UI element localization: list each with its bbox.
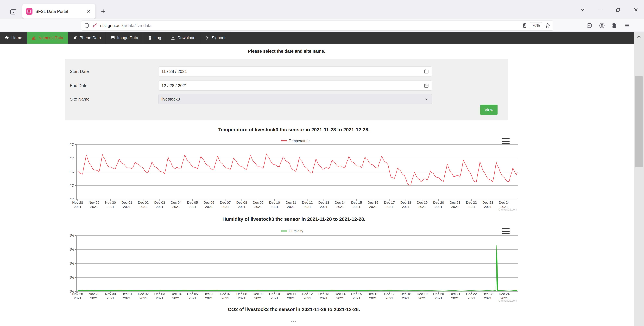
x-axis-tick-label: Dec 18 (400, 292, 411, 296)
view-button[interactable]: View (480, 105, 498, 115)
x-axis-tick-label: Dec 16 (368, 292, 378, 296)
humidity-chart-menu-icon[interactable] (502, 228, 510, 234)
x-axis-tick-label: Dec 11 (286, 292, 296, 296)
url-bar[interactable]: sfsl.gnu.ac.kr/data/live-data 70% (81, 21, 554, 31)
shield-icon[interactable] (84, 23, 90, 28)
url-text[interactable]: sfsl.gnu.ac.kr/data/live-data (100, 23, 520, 28)
x-axis-tick-label: Dec 23 (482, 292, 493, 296)
legend-label[interactable]: Humidity (289, 229, 303, 233)
x-axis-tick-label: Dec 19 (417, 292, 428, 296)
nav-item-image-data[interactable]: Image Data (106, 32, 143, 44)
canvasjs-watermark[interactable]: CanvasJS.com (498, 299, 517, 302)
x-axis-tick-year: 2021 (254, 296, 262, 300)
form-row-start-date: Start Date11 / 28 / 2021 (65, 66, 508, 76)
browser-titlebar: SFSL Data Portal (0, 0, 644, 19)
scrollbar-thumb[interactable] (635, 76, 643, 167)
browser-tab[interactable]: SFSL Data Portal (22, 4, 96, 19)
extensions-icon[interactable] (610, 21, 619, 31)
x-axis-tick-year: 2021 (402, 296, 410, 300)
insecure-lock-icon[interactable] (92, 23, 98, 28)
account-icon[interactable] (597, 21, 607, 31)
x-axis-tick-label: Dec 13 (318, 201, 329, 204)
x-axis-tick-year: 2021 (271, 296, 278, 300)
site-name-select[interactable]: livestock3 (158, 94, 432, 104)
nav-item-signout[interactable]: Signout (200, 32, 230, 44)
firefox-view-icon[interactable] (8, 7, 19, 17)
x-axis-tick-label: Dec 17 (384, 292, 395, 296)
end-date-label: End Date (70, 81, 87, 91)
nav-item-label: Log (154, 36, 161, 40)
url-domain: sfsl.gnu.ac.kr (100, 23, 125, 28)
site-navbar: HomeNumeric DataPheno DataImage DataLogD… (0, 32, 634, 44)
signout-icon (205, 36, 210, 40)
x-axis-tick-label: Dec 24 (499, 201, 510, 204)
x-axis-tick-label: Dec 02 (138, 292, 149, 296)
x-axis-tick-year: 2021 (468, 296, 475, 300)
x-axis-tick-label: Dec 01 (122, 292, 132, 296)
x-axis-tick-label: Nov 29 (89, 201, 100, 204)
nav-item-label: Download (178, 36, 196, 40)
canvasjs-watermark[interactable]: CanvasJS.com (498, 208, 517, 211)
x-axis-tick-label: Dec 23 (482, 201, 493, 204)
nav-item-pheno-data[interactable]: Pheno Data (68, 32, 106, 44)
y-axis-tick-label: 0°C (70, 184, 74, 187)
site-name-value: livestock3 (162, 97, 424, 102)
x-axis-tick-year: 2021 (271, 205, 278, 209)
x-axis-tick-label: Nov 30 (105, 292, 116, 296)
nav-item-label: Pheno Data (80, 36, 101, 40)
x-axis-tick-year: 2021 (451, 296, 459, 300)
pocket-icon[interactable] (584, 21, 594, 31)
menu-icon[interactable] (622, 21, 632, 31)
humidity-chart: 4,000%3,000%2,000%1,000%0%Nov 282021Nov … (70, 226, 518, 302)
window-minimize-icon[interactable] (597, 7, 604, 13)
y-axis-tick-label: 2,000% (70, 262, 74, 265)
x-axis-tick-label: Dec 08 (236, 201, 247, 204)
x-axis-tick-label: Dec 09 (253, 201, 264, 204)
end-date-input[interactable]: 12 / 28 / 2021 (158, 81, 432, 91)
x-axis-tick-year: 2021 (172, 205, 180, 209)
window-close-icon[interactable] (633, 7, 639, 13)
y-axis-tick-label: 4,000% (70, 234, 74, 237)
x-axis-tick-year: 2021 (353, 296, 360, 300)
x-axis-tick-label: Nov 28 (72, 292, 83, 296)
bookmark-star-icon[interactable] (545, 23, 551, 29)
x-axis-tick-year: 2021 (107, 205, 114, 209)
x-axis-tick-label: Dec 16 (368, 201, 378, 204)
tab-list-chevron-icon[interactable] (579, 7, 586, 13)
x-axis-tick-label: Dec 19 (417, 201, 428, 204)
zoom-level-chip[interactable]: 70% (530, 22, 542, 29)
x-axis-tick-year: 2021 (172, 296, 180, 300)
x-axis-tick-year: 2021 (320, 205, 328, 209)
x-axis-tick-year: 2021 (468, 205, 475, 209)
tab-close-icon[interactable] (86, 8, 92, 15)
x-axis-tick-year: 2021 (107, 296, 114, 300)
y-axis-tick-label: 1,000% (70, 276, 74, 279)
x-axis-tick-label: Dec 04 (171, 201, 182, 204)
selection-form-panel: Start Date11 / 28 / 2021End Date12 / 28 … (65, 59, 508, 120)
window-restore-icon[interactable] (615, 7, 621, 13)
x-axis-tick-year: 2021 (205, 205, 213, 209)
temperature-chart-menu-icon[interactable] (502, 138, 510, 144)
nav-item-download[interactable]: Download (166, 32, 200, 44)
page-scrollbar[interactable] (634, 32, 644, 326)
x-axis-tick-year: 2021 (484, 205, 492, 209)
x-axis-tick-year: 2021 (254, 205, 262, 209)
nav-item-label: Signout (212, 36, 226, 40)
x-axis-tick-year: 2021 (484, 296, 492, 300)
legend-label[interactable]: Temperature (289, 139, 310, 143)
new-tab-button[interactable] (98, 7, 108, 16)
nav-item-label: Home (11, 36, 22, 40)
reader-mode-icon[interactable] (522, 23, 527, 28)
x-axis-tick-label: Dec 21 (450, 201, 460, 204)
start-date-input[interactable]: 11 / 28 / 2021 (158, 66, 432, 76)
x-axis-tick-year: 2021 (353, 205, 360, 209)
nav-item-numeric-data[interactable]: Numeric Data (27, 32, 68, 44)
start-date-label: Start Date (70, 66, 89, 76)
x-axis-tick-label: Dec 15 (351, 292, 362, 296)
x-axis-tick-year: 2021 (336, 296, 344, 300)
nav-item-home[interactable]: Home (0, 32, 27, 44)
nav-item-log[interactable]: Log (143, 32, 166, 44)
form-heading: Please select the date and site name. (65, 49, 508, 54)
home-icon (4, 36, 9, 40)
scrollbar-up-icon[interactable] (634, 32, 644, 42)
